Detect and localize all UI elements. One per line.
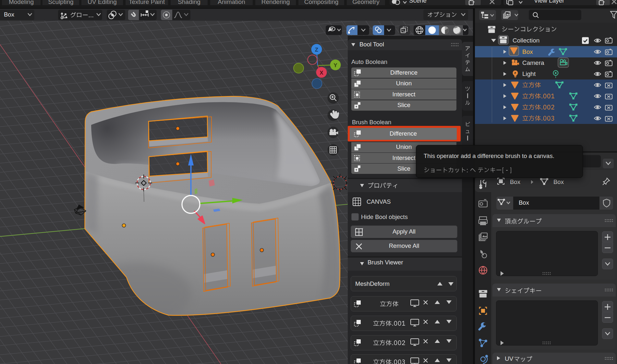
svg-text:Y: Y <box>333 62 337 68</box>
svg-text:X: X <box>320 70 323 76</box>
svg-text:Z: Z <box>315 47 318 53</box>
